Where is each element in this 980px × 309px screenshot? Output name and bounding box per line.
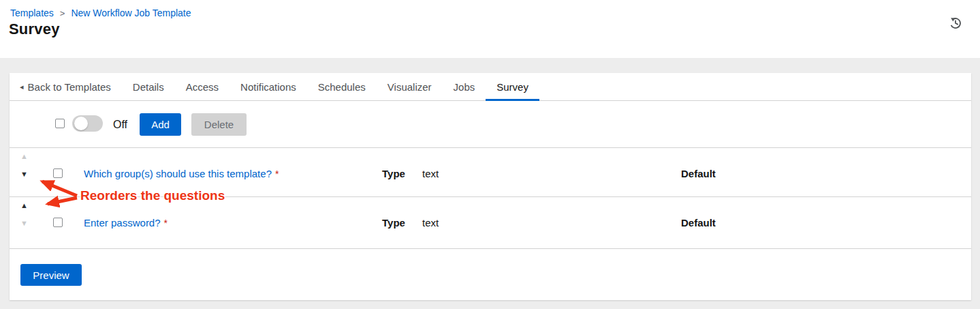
history-icon-glyph xyxy=(949,16,962,29)
chevron-left-icon: ◂ xyxy=(20,83,24,91)
default-label: Default xyxy=(681,168,716,179)
breadcrumb-link-new-workflow-job-template[interactable]: New Workflow Job Template xyxy=(71,8,191,18)
delete-button: Delete xyxy=(191,113,247,136)
tab-notifications[interactable]: Notifications xyxy=(230,73,307,100)
toggle-state-label: Off xyxy=(113,119,127,131)
type-value: text xyxy=(422,217,439,229)
tab-bar: ◂ Back to Templates Details Access Notif… xyxy=(10,73,971,101)
type-value: text xyxy=(422,168,439,179)
question-text: Enter password? xyxy=(84,217,161,229)
history-icon[interactable] xyxy=(948,16,963,31)
tab-details[interactable]: Details xyxy=(122,73,175,100)
toggle-knob xyxy=(74,117,88,130)
type-label: Type xyxy=(382,168,405,179)
annotation-label: Reorders the questions xyxy=(80,188,225,203)
move-up-icon[interactable]: ▲ xyxy=(20,201,31,210)
select-all-checkbox[interactable] xyxy=(55,119,65,128)
tab-back-to-templates[interactable]: ◂ Back to Templates xyxy=(20,73,122,100)
default-label: Default xyxy=(681,217,716,229)
survey-question-row: ▲ ▼ Enter password?* Type text Default xyxy=(10,197,971,249)
card-footer: Preview xyxy=(10,249,971,299)
question-link[interactable]: Enter password?* xyxy=(84,217,168,229)
question-text: Which group(s) should use this template? xyxy=(84,168,272,179)
tab-jobs[interactable]: Jobs xyxy=(443,73,486,100)
tab-back-label: Back to Templates xyxy=(28,81,111,93)
tab-survey[interactable]: Survey xyxy=(486,73,539,100)
tab-visualizer[interactable]: Visualizer xyxy=(377,73,443,100)
content-background: ◂ Back to Templates Details Access Notif… xyxy=(0,58,980,309)
breadcrumb-separator: > xyxy=(60,8,65,18)
tab-schedules[interactable]: Schedules xyxy=(307,73,377,100)
move-down-icon: ▼ xyxy=(20,218,31,228)
tab-access[interactable]: Access xyxy=(175,73,230,100)
move-down-icon[interactable]: ▼ xyxy=(20,169,31,179)
required-asterisk: * xyxy=(164,218,168,229)
type-label: Type xyxy=(382,217,405,229)
question-link[interactable]: Which group(s) should use this template?… xyxy=(84,168,279,179)
row-checkbox[interactable] xyxy=(53,218,63,227)
page-title: Survey xyxy=(9,20,60,38)
page-header: Templates > New Workflow Job Template Su… xyxy=(0,0,980,58)
breadcrumb: Templates > New Workflow Job Template xyxy=(10,8,191,18)
survey-enabled-toggle[interactable] xyxy=(72,115,103,132)
row-checkbox[interactable] xyxy=(53,168,63,178)
preview-button[interactable]: Preview xyxy=(20,264,82,286)
add-button[interactable]: Add xyxy=(140,113,181,136)
breadcrumb-link-templates[interactable]: Templates xyxy=(10,8,54,18)
survey-card: ◂ Back to Templates Details Access Notif… xyxy=(10,73,971,300)
required-asterisk: * xyxy=(275,168,279,179)
survey-toolbar: Off Add Delete xyxy=(10,101,971,148)
move-up-icon: ▲ xyxy=(20,151,31,161)
